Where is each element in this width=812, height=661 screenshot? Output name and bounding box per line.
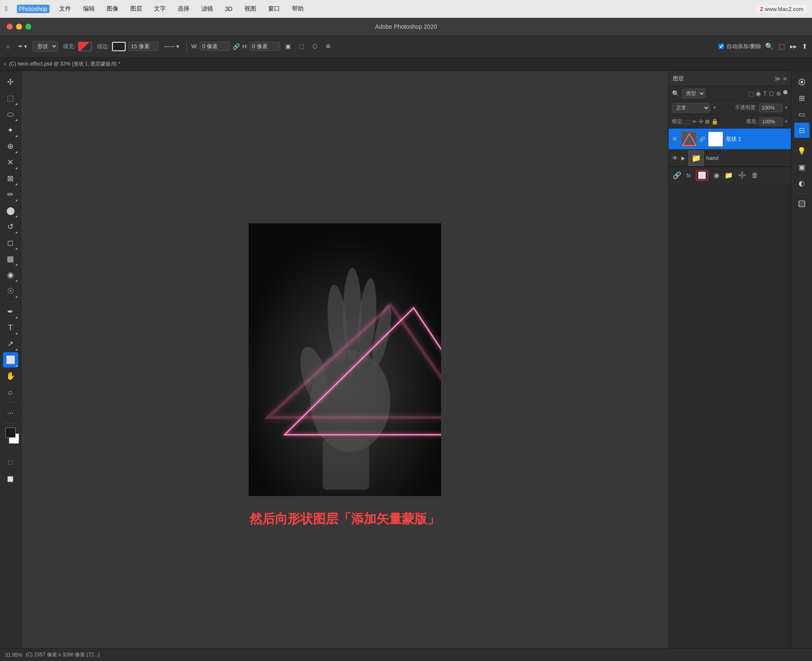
add-mask-icon[interactable]: ⬜ xyxy=(696,170,708,181)
close-button[interactable] xyxy=(7,24,13,30)
delete-layer-icon[interactable]: 🗑 xyxy=(752,172,758,179)
menu-edit[interactable]: 编辑 xyxy=(81,4,97,14)
gradient-tool-btn[interactable]: ▦ xyxy=(3,251,18,266)
home-button[interactable]: ⌂ xyxy=(3,42,13,51)
layers-toggle-icon[interactable]: ▭ xyxy=(794,107,809,122)
lock-artboard-icon[interactable]: ⊠ xyxy=(705,118,710,125)
foreground-color[interactable] xyxy=(5,428,16,438)
layer-effects-icon[interactable]: fx xyxy=(686,172,691,178)
stroke-size-input[interactable] xyxy=(128,42,159,51)
link-layers-icon[interactable]: 🔗 xyxy=(673,171,681,179)
menu-photoshop[interactable]: Photoshop xyxy=(17,5,49,13)
new-layer-icon[interactable]: ➕ xyxy=(738,171,746,179)
histogram-icon[interactable]: ▣ xyxy=(794,159,809,175)
search-filter-icon: 🔍 xyxy=(672,90,679,97)
crop-tool-btn[interactable]: ⊕ xyxy=(3,139,18,154)
blur-tool-btn[interactable]: ◉ xyxy=(3,267,18,283)
brush-tool-btn[interactable]: ✏ xyxy=(3,187,18,202)
minimize-button[interactable] xyxy=(16,24,22,30)
hand-tool-btn[interactable]: ✋ xyxy=(3,368,18,384)
panel-expand-icon[interactable]: ≫ xyxy=(774,75,781,82)
align-left-btn[interactable]: ▣ xyxy=(283,42,294,51)
shape-type-dropdown[interactable]: 形状 xyxy=(33,41,58,52)
tab-close-icon[interactable]: × xyxy=(3,61,6,67)
share-btn[interactable]: ⬆ xyxy=(801,41,809,52)
menu-3d[interactable]: 3D xyxy=(223,5,235,13)
canvas-area[interactable]: 然后向形状图层「添加矢量蒙版」 xyxy=(21,71,668,648)
layer-visibility-icon-hand[interactable]: 👁 xyxy=(672,155,679,162)
auto-add-checkbox[interactable] xyxy=(719,44,724,49)
layer-mask-thumb-shape1 xyxy=(708,132,723,147)
new-fill-layer-icon[interactable]: ◉ xyxy=(713,171,719,179)
lasso-tool-btn[interactable]: ⬭ xyxy=(3,107,18,122)
channels-icon[interactable] xyxy=(794,196,809,211)
marquee-tool-btn[interactable]: ⬚ xyxy=(3,91,18,106)
type-tool-btn[interactable]: T xyxy=(3,320,18,335)
filter-type-icon[interactable]: T xyxy=(763,90,767,97)
width-input[interactable] xyxy=(200,42,230,51)
stroke-color-swatch[interactable] xyxy=(112,42,126,51)
menu-help[interactable]: 帮助 xyxy=(290,4,306,14)
opacity-input[interactable] xyxy=(759,104,782,112)
eraser-tool-btn[interactable]: ◻ xyxy=(3,235,18,250)
eyedropper-tool-btn[interactable]: ✕ xyxy=(3,155,18,170)
settings-btn[interactable]: ⚙ xyxy=(323,42,334,51)
more-tools-btn[interactable]: ··· xyxy=(3,405,18,420)
filter-toggle-dot[interactable] xyxy=(783,90,787,94)
filter-pixel-icon[interactable]: ⬚ xyxy=(748,90,754,97)
transform-btn[interactable]: ⬡ xyxy=(310,42,320,51)
info-icon[interactable]: ◐ xyxy=(794,176,809,191)
properties-panel-icon[interactable] xyxy=(794,74,809,90)
lock-transparency-icon[interactable]: ⬚ xyxy=(686,118,691,125)
dodge-tool-btn[interactable]: ☉ xyxy=(3,283,18,299)
shape-tool-btn[interactable]: ⬜ xyxy=(3,352,18,368)
menu-image[interactable]: 图像 xyxy=(104,4,121,14)
fill-input[interactable] xyxy=(760,118,783,126)
zoom-tool-btn[interactable]: ⌕ xyxy=(3,384,18,400)
quick-select-tool-btn[interactable]: ✦ xyxy=(3,123,18,138)
apple-logo-icon[interactable]:  xyxy=(5,5,8,13)
search-button[interactable]: 🔍 xyxy=(764,41,775,52)
align-right-btn[interactable]: ⬚ xyxy=(296,42,307,51)
menu-window[interactable]: 窗口 xyxy=(266,4,282,14)
panel-toggle-btn[interactable]: ⬚ xyxy=(777,41,786,52)
menu-select[interactable]: 选择 xyxy=(176,4,192,14)
height-input[interactable] xyxy=(250,42,280,51)
layer-row-hand[interactable]: 👁 ▶ 📁 hand xyxy=(669,150,791,167)
panel-menu-icon[interactable]: ≡ xyxy=(783,75,787,82)
blend-mode-dropdown[interactable]: 正常 xyxy=(672,103,710,112)
adjustments-icon[interactable]: 💡 xyxy=(794,143,809,159)
filter-shape-icon[interactable]: ⬡ xyxy=(769,90,774,97)
filter-type-dropdown[interactable]: 类型 xyxy=(682,89,705,98)
healing-tool-btn[interactable]: ⊠ xyxy=(3,171,18,186)
maximize-button[interactable] xyxy=(25,24,31,30)
new-group-icon[interactable]: 📁 xyxy=(724,171,733,179)
stroke-style-dropdown[interactable]: —— ▾ xyxy=(161,42,183,51)
layer-visibility-icon-shape1[interactable]: 👁 xyxy=(672,136,679,143)
layer-expand-icon-hand[interactable]: ▶ xyxy=(681,155,685,161)
menu-layer[interactable]: 图层 xyxy=(128,4,144,14)
layer-row-shape1[interactable]: 👁 🔗 形状 1 xyxy=(669,129,791,150)
menu-file[interactable]: 文件 xyxy=(57,4,73,14)
menu-view[interactable]: 视图 xyxy=(242,4,258,14)
pen-tool-btn-left[interactable]: ✒ xyxy=(3,304,18,319)
lock-brush-icon[interactable]: ✏ xyxy=(692,118,697,125)
filter-smart-icon[interactable]: ⊕ xyxy=(776,90,781,97)
more-options-btn[interactable]: ▸▸ xyxy=(789,41,798,52)
stamp-tool-btn[interactable]: ⬤ xyxy=(3,203,18,218)
link-wh-icon[interactable]: 🔗 xyxy=(233,43,240,50)
move-tool-btn[interactable]: ✢ xyxy=(3,74,18,90)
history-brush-btn[interactable]: ↺ xyxy=(3,219,18,234)
menu-text[interactable]: 文字 xyxy=(152,4,168,14)
lock-move-icon[interactable]: ✢ xyxy=(699,118,703,125)
lock-all-icon[interactable]: 🔒 xyxy=(711,118,718,125)
quick-mask-btn[interactable]: ⬚ xyxy=(3,455,18,470)
libraries-panel-icon[interactable]: ⊞ xyxy=(794,91,809,106)
pen-tool-btn[interactable]: ✒ ▾ xyxy=(15,42,30,51)
filter-adjustment-icon[interactable]: ◉ xyxy=(756,90,761,97)
layers-panel-icon[interactable]: ⊟ xyxy=(794,123,809,138)
fill-color-swatch[interactable] xyxy=(78,42,92,51)
menu-filter[interactable]: 滤镜 xyxy=(199,4,215,14)
path-select-btn[interactable]: ↗ xyxy=(3,336,18,351)
screen-mode-btn[interactable]: ⬜ xyxy=(3,472,18,487)
